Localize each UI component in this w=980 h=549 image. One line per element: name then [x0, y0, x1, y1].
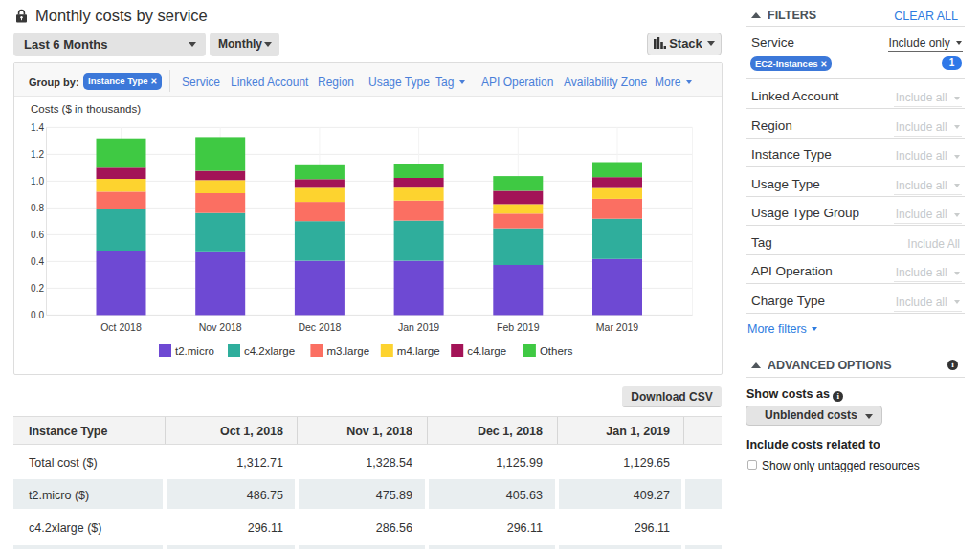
svg-text:1.2: 1.2: [31, 149, 44, 160]
svg-text:Nov 2018: Nov 2018: [199, 321, 242, 333]
svg-text:Jan 2019: Jan 2019: [398, 321, 439, 333]
svg-text:1.0: 1.0: [31, 176, 44, 187]
svg-text:Costs ($ in thousands): Costs ($ in thousands): [31, 103, 141, 115]
svg-text:0.6: 0.6: [31, 230, 44, 240]
svg-text:Oct 2018: Oct 2018: [100, 321, 142, 333]
svg-text:m3.large: m3.large: [326, 345, 369, 357]
svg-text:t2.micro: t2.micro: [175, 345, 214, 357]
svg-text:0.4: 0.4: [31, 256, 44, 267]
svg-text:c4.2xlarge: c4.2xlarge: [244, 345, 295, 357]
svg-text:Feb 2019: Feb 2019: [497, 321, 540, 333]
svg-text:Dec 2018: Dec 2018: [298, 321, 341, 333]
svg-text:Others: Others: [540, 345, 573, 357]
svg-text:0.0: 0.0: [31, 310, 44, 320]
svg-text:0.8: 0.8: [31, 203, 44, 213]
svg-text:1.4: 1.4: [31, 122, 44, 133]
svg-text:c4.large: c4.large: [467, 345, 506, 357]
svg-text:m4.large: m4.large: [397, 345, 440, 357]
svg-text:Mar 2019: Mar 2019: [596, 321, 639, 333]
svg-text:0.2: 0.2: [31, 283, 44, 294]
